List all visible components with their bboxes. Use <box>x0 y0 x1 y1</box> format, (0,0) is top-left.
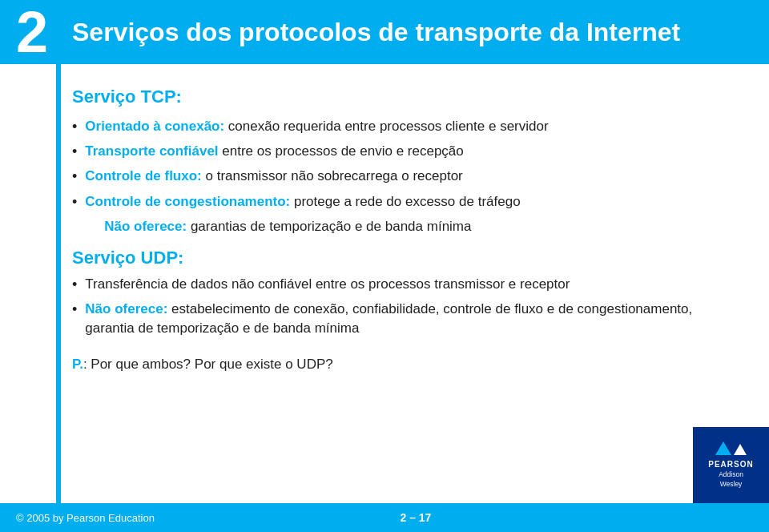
footer-page: 2 – 17 <box>400 511 431 524</box>
bullet-dot-4: • <box>72 192 77 212</box>
logo-text-addison: Addison Wesley <box>719 470 743 488</box>
tcp-indent-highlight: Não oferece: <box>104 219 187 234</box>
tcp-bullet-1-rest: conexão requerida entre processos client… <box>224 119 548 134</box>
footer: © 2005 by Pearson Education 2 – 17 <box>0 503 769 532</box>
bullet-dot-3: • <box>72 167 77 187</box>
tcp-bullet-2-text: Transporte confiável entre os processos … <box>85 142 463 161</box>
logo-triangles <box>715 441 747 455</box>
question-text: : Por que ambos? Por que existe o UDP? <box>83 357 333 372</box>
tcp-bullet-4-rest: protege a rede do excesso de tráfego <box>290 194 520 209</box>
bullet-dot-6: • <box>72 300 77 320</box>
udp-bullet-1-text: Transferência de dados não confiável ent… <box>85 275 570 294</box>
tcp-bullet-1-highlight: Orientado à conexão: <box>85 119 224 134</box>
pearson-logo-wrapper: PEARSON Addison Wesley <box>693 427 769 503</box>
tcp-bullet-4-highlight: Controle de congestionamento: <box>85 194 290 209</box>
udp-bullet-2-text: Não oferece: estabelecimento de conexão,… <box>85 300 737 338</box>
chapter-number: 2 <box>16 3 48 61</box>
udp-heading: Serviço UDP: <box>72 248 737 268</box>
tcp-bullet-3: • Controle de fluxo: o transmissor não s… <box>72 167 737 187</box>
header-bar: 2 Serviços dos protocolos de transporte … <box>0 0 769 64</box>
tcp-bullet-3-rest: o transmissor não sobrecarrega o recepto… <box>202 168 463 183</box>
tcp-bullet-4-text: Controle de congestionamento: protege a … <box>85 192 520 212</box>
tcp-bullet-1-text: Orientado à conexão: conexão requerida e… <box>85 117 548 136</box>
pearson-logo-bg: PEARSON Addison Wesley <box>693 427 769 503</box>
triangle-blue <box>715 441 731 455</box>
tcp-bullet-3-highlight: Controle de fluxo: <box>85 168 201 183</box>
udp-bullet-1: • Transferência de dados não confiável e… <box>72 275 737 295</box>
tcp-bullet-2-highlight: Transporte confiável <box>85 143 218 159</box>
footer-copyright: © 2005 by Pearson Education <box>16 512 155 524</box>
triangle-white <box>734 444 747 455</box>
tcp-bullet-2: • Transporte confiável entre os processo… <box>72 142 737 162</box>
bullet-dot-5: • <box>72 275 77 295</box>
udp-bullet-2-highlight: Não oferece: <box>85 301 167 316</box>
question-line: P.: Por que ambos? Por que existe o UDP? <box>72 355 737 374</box>
tcp-heading: Serviço TCP: <box>72 87 737 107</box>
tcp-bullet-3-text: Controle de fluxo: o transmissor não sob… <box>85 167 462 186</box>
main-content: Serviço TCP: • Orientado à conexão: cone… <box>0 64 769 382</box>
udp-bullet-2: • Não oferece: estabelecimento de conexã… <box>72 300 737 338</box>
chapter-number-box: 2 <box>0 0 64 64</box>
tcp-bullet-2-rest: entre os processos de envio e recepção <box>219 143 464 159</box>
tcp-indent-rest: garantias de temporização e de banda mín… <box>187 219 471 234</box>
udp-bullet-2-rest: estabelecimento de conexão, confiabilida… <box>85 301 692 336</box>
tcp-indent: Não oferece: garantias de temporização e… <box>72 217 737 236</box>
question-prefix: P. <box>72 357 83 372</box>
logo-text-pearson: PEARSON <box>708 460 753 469</box>
bullet-dot-1: • <box>72 117 77 137</box>
header-title: Serviços dos protocolos de transporte da… <box>64 18 769 47</box>
bullet-dot-2: • <box>72 142 77 162</box>
tcp-bullet-1: • Orientado à conexão: conexão requerida… <box>72 117 737 137</box>
tcp-bullet-4: • Controle de congestionamento: protege … <box>72 192 737 212</box>
